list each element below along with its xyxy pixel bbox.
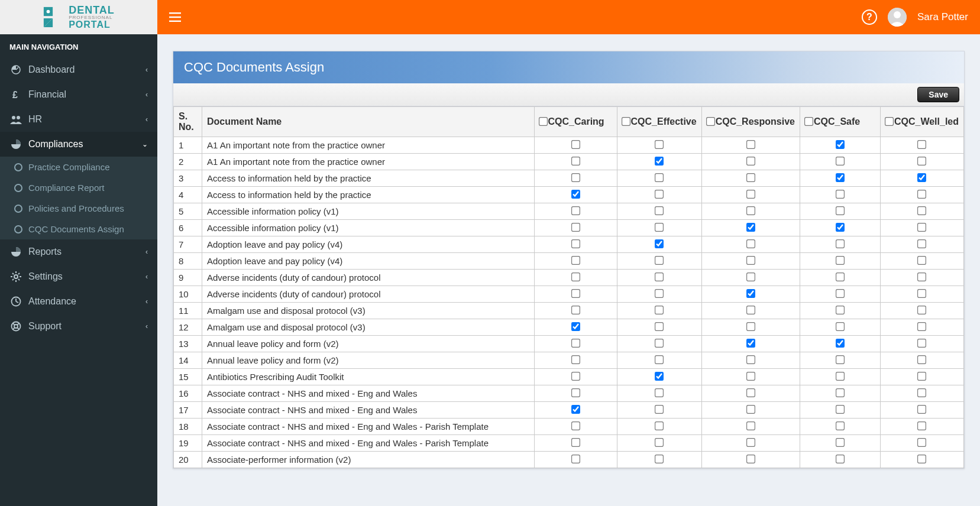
nav-item-financial[interactable]: £Financial‹: [0, 82, 157, 107]
check-safe[interactable]: [836, 355, 845, 364]
check-caring[interactable]: [571, 306, 580, 314]
header-check-safe[interactable]: [804, 117, 813, 126]
menu-toggle-icon[interactable]: [169, 12, 181, 22]
check-effective[interactable]: [655, 405, 664, 414]
check-wellled[interactable]: [917, 157, 926, 166]
check-responsive[interactable]: [746, 173, 755, 182]
check-caring[interactable]: [571, 223, 580, 232]
check-wellled[interactable]: [917, 322, 926, 331]
header-check-wellled[interactable]: [885, 117, 894, 126]
check-caring[interactable]: [571, 190, 580, 199]
check-responsive[interactable]: [746, 322, 755, 331]
check-safe[interactable]: [836, 322, 845, 331]
nav-item-hr[interactable]: HR‹: [0, 107, 157, 132]
check-safe[interactable]: [836, 339, 845, 348]
check-responsive[interactable]: [746, 157, 755, 166]
check-wellled[interactable]: [917, 256, 926, 265]
check-wellled[interactable]: [917, 372, 926, 381]
check-effective[interactable]: [655, 455, 664, 463]
check-effective[interactable]: [655, 388, 664, 397]
check-effective[interactable]: [655, 256, 664, 265]
check-wellled[interactable]: [917, 306, 926, 314]
check-caring[interactable]: [571, 273, 580, 281]
check-responsive[interactable]: [746, 223, 755, 232]
check-caring[interactable]: [571, 421, 580, 430]
check-effective[interactable]: [655, 372, 664, 381]
nav-item-settings[interactable]: Settings‹: [0, 264, 157, 289]
check-responsive[interactable]: [746, 206, 755, 215]
check-safe[interactable]: [836, 438, 845, 447]
check-safe[interactable]: [836, 140, 845, 149]
check-caring[interactable]: [571, 455, 580, 463]
check-effective[interactable]: [655, 239, 664, 248]
check-safe[interactable]: [836, 223, 845, 232]
user-name[interactable]: Sara Potter: [917, 11, 968, 23]
check-effective[interactable]: [655, 223, 664, 232]
check-effective[interactable]: [655, 438, 664, 447]
check-wellled[interactable]: [917, 438, 926, 447]
check-wellled[interactable]: [917, 289, 926, 298]
check-effective[interactable]: [655, 355, 664, 364]
avatar[interactable]: [888, 8, 907, 27]
check-responsive[interactable]: [746, 306, 755, 314]
save-button[interactable]: Save: [917, 87, 959, 102]
check-safe[interactable]: [836, 206, 845, 215]
check-safe[interactable]: [836, 239, 845, 248]
check-responsive[interactable]: [746, 273, 755, 281]
check-responsive[interactable]: [746, 289, 755, 298]
check-safe[interactable]: [836, 273, 845, 281]
check-wellled[interactable]: [917, 173, 926, 182]
check-safe[interactable]: [836, 173, 845, 182]
nav-item-dashboard[interactable]: Dashboard‹: [0, 57, 157, 82]
check-responsive[interactable]: [746, 421, 755, 430]
check-wellled[interactable]: [917, 355, 926, 364]
check-responsive[interactable]: [746, 438, 755, 447]
check-effective[interactable]: [655, 322, 664, 331]
check-effective[interactable]: [655, 306, 664, 314]
check-safe[interactable]: [836, 289, 845, 298]
check-wellled[interactable]: [917, 421, 926, 430]
check-caring[interactable]: [571, 322, 580, 331]
check-wellled[interactable]: [917, 273, 926, 281]
check-safe[interactable]: [836, 421, 845, 430]
check-responsive[interactable]: [746, 339, 755, 348]
check-safe[interactable]: [836, 256, 845, 265]
check-effective[interactable]: [655, 140, 664, 149]
nav-item-support[interactable]: Support‹: [0, 314, 157, 339]
check-effective[interactable]: [655, 339, 664, 348]
check-effective[interactable]: [655, 273, 664, 281]
check-responsive[interactable]: [746, 388, 755, 397]
sub-item-cqc-documents-assign[interactable]: CQC Documents Assign: [0, 219, 157, 239]
check-caring[interactable]: [571, 173, 580, 182]
check-effective[interactable]: [655, 206, 664, 215]
check-caring[interactable]: [571, 339, 580, 348]
check-safe[interactable]: [836, 157, 845, 166]
check-wellled[interactable]: [917, 388, 926, 397]
check-caring[interactable]: [571, 256, 580, 265]
check-wellled[interactable]: [917, 223, 926, 232]
check-effective[interactable]: [655, 289, 664, 298]
check-safe[interactable]: [836, 372, 845, 381]
sub-item-compliance-report[interactable]: Compliance Report: [0, 177, 157, 198]
check-wellled[interactable]: [917, 206, 926, 215]
check-responsive[interactable]: [746, 239, 755, 248]
check-wellled[interactable]: [917, 239, 926, 248]
nav-item-reports[interactable]: Reports‹: [0, 239, 157, 264]
check-wellled[interactable]: [917, 190, 926, 199]
sub-item-policies-and-procedures[interactable]: Policies and Procedures: [0, 198, 157, 219]
check-caring[interactable]: [571, 438, 580, 447]
check-responsive[interactable]: [746, 372, 755, 381]
help-icon[interactable]: ?: [862, 9, 877, 25]
nav-item-compliances[interactable]: Compliances⌄: [0, 132, 157, 157]
sub-item-practice-compliance[interactable]: Practice Compliance: [0, 157, 157, 177]
header-check-responsive[interactable]: [706, 117, 715, 126]
check-caring[interactable]: [571, 388, 580, 397]
check-responsive[interactable]: [746, 355, 755, 364]
header-check-effective[interactable]: [622, 117, 630, 126]
check-effective[interactable]: [655, 190, 664, 199]
check-wellled[interactable]: [917, 140, 926, 149]
check-caring[interactable]: [571, 372, 580, 381]
header-check-caring[interactable]: [539, 117, 548, 126]
check-caring[interactable]: [571, 355, 580, 364]
check-effective[interactable]: [655, 173, 664, 182]
